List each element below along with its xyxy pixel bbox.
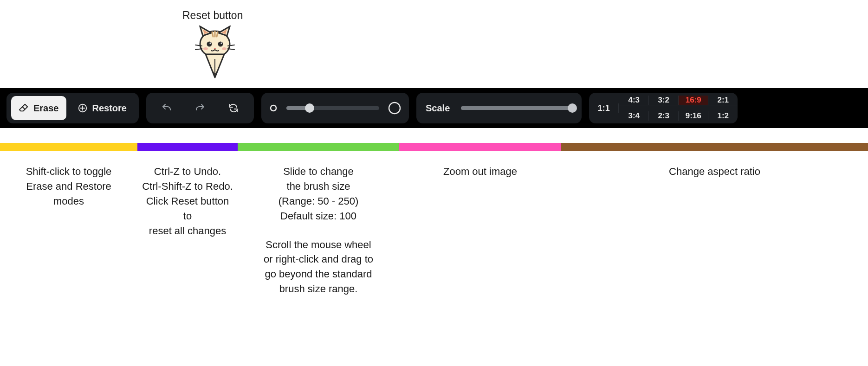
legend-segment-green [238,143,399,151]
legend-col-0: Shift-click to toggleErase and Restoremo… [0,164,137,296]
restore-button[interactable]: Restore [70,96,134,120]
undo-arrow-icon [161,103,172,114]
aspect-ratio-9-16[interactable]: 9:16 [678,111,708,121]
restore-button-label: Restore [92,103,127,114]
legend-col-2: Slide to changethe brush size(Range: 50 … [238,164,399,296]
redo-button[interactable] [188,96,212,120]
brush-size-slider[interactable] [286,106,379,110]
legend-segment-brown [561,143,868,151]
legend-text-row: Shift-click to toggleErase and Restoremo… [0,164,868,296]
brush-size-slider-thumb[interactable] [305,103,314,113]
scale-label: Scale [426,103,450,114]
reset-cycle-icon [228,103,239,114]
scale-cluster: Scale [416,93,582,123]
erase-button[interactable]: Erase [11,96,66,120]
legend-segment-yellow [0,143,137,151]
aspect-ratio-3-2[interactable]: 3:2 [648,96,678,105]
svg-point-10 [389,103,400,114]
svg-point-9 [271,105,276,111]
legend-color-bar [0,143,868,151]
svg-point-4 [220,42,222,44]
legend-col-3: Zoom out image [399,164,561,296]
svg-point-2 [218,42,223,47]
redo-arrow-icon [194,103,206,114]
cat-pointer-icon [192,26,238,81]
svg-point-6 [222,47,227,50]
legend-segment-pink [399,143,561,151]
svg-point-1 [207,42,212,47]
reset-button[interactable] [221,96,246,120]
history-cluster [146,93,254,123]
aspect-ratio-3-4[interactable]: 3:4 [619,111,648,121]
scale-slider-thumb[interactable] [568,103,577,113]
legend-segment-purple [137,143,238,151]
aspect-ratio-2-3[interactable]: 2:3 [648,111,678,121]
aspect-ratio-2-1[interactable]: 2:1 [708,96,738,105]
brush-size-large-icon [388,101,402,115]
reset-button-callout-label: Reset button [182,9,243,22]
svg-point-3 [209,42,211,44]
mode-toggle-cluster: Erase Restore [6,93,139,123]
aspect-ratio-cluster: 1:1 4:33:216:92:13:42:39:161:2 [589,93,738,123]
top-annotation-area: Reset button [0,0,868,88]
undo-button[interactable] [155,96,179,120]
eraser-icon [19,103,29,113]
scale-slider[interactable] [461,106,572,110]
brush-size-small-icon [269,103,278,113]
editor-toolbar: Erase Restore [0,88,868,128]
erase-button-label: Erase [33,103,59,114]
plus-circle-icon [78,103,88,113]
aspect-ratio-16-9[interactable]: 16:9 [678,96,708,105]
svg-point-5 [203,47,208,50]
legend-col-4: Change aspect ratio [561,164,868,296]
aspect-ratio-4-3[interactable]: 4:3 [619,96,648,105]
brush-size-cluster [261,93,409,123]
aspect-ratio-1-2[interactable]: 1:2 [708,111,738,121]
aspect-ratio-1-1[interactable]: 1:1 [589,103,619,113]
legend-col-1: Ctrl-Z to Undo.Ctrl-Shift-Z to Redo.Clic… [137,164,238,296]
